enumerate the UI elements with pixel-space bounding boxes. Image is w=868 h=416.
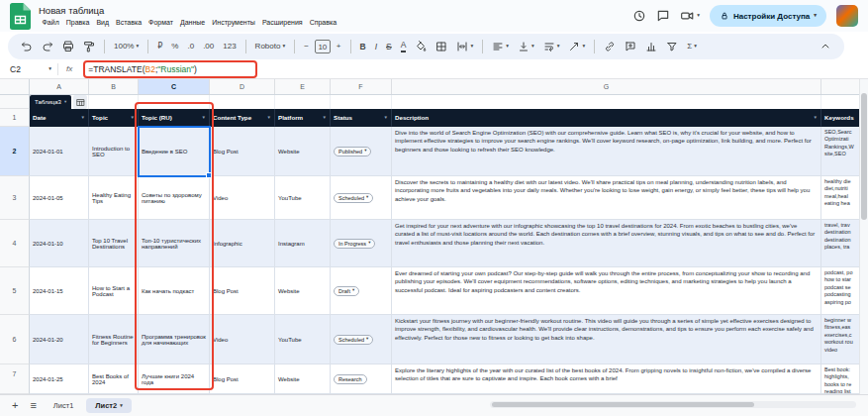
cell-topic[interactable]: Top 10 Travel Destinations bbox=[89, 220, 139, 267]
currency-format-button[interactable]: ₽ bbox=[154, 41, 165, 52]
horizontal-scrollbar[interactable] bbox=[490, 401, 856, 408]
more-formats-button[interactable]: 123 bbox=[220, 41, 239, 52]
cell-date[interactable]: 2024-01-10 bbox=[30, 220, 89, 267]
all-sheets-button[interactable]: ≡ bbox=[26, 400, 40, 411]
empty-cell[interactable] bbox=[275, 95, 331, 109]
table-menu-button[interactable] bbox=[73, 95, 87, 109]
cell-description[interactable]: Explore the literary highlights of the y… bbox=[392, 364, 821, 394]
cell-date[interactable]: 2024-01-05 bbox=[30, 176, 89, 220]
text-wrap-button[interactable]: ▾ bbox=[540, 39, 563, 54]
cell-topic-ru[interactable]: Как начать подкаст bbox=[139, 267, 210, 315]
menu-help[interactable]: Справка bbox=[306, 17, 339, 28]
menu-edit[interactable]: Правка bbox=[62, 17, 93, 28]
zoom-select[interactable]: 100%▾ bbox=[111, 41, 142, 52]
status-dropdown[interactable]: Scheduled▾ bbox=[334, 335, 373, 345]
text-color-button[interactable]: A bbox=[398, 39, 410, 54]
cell-topic-ru[interactable]: Лучшие книги 2024 года bbox=[139, 364, 210, 394]
cell-topic-ru[interactable]: Введение в SEO bbox=[139, 127, 210, 176]
text-rotation-button[interactable]: ▾ bbox=[565, 39, 588, 54]
column-header-d[interactable]: D bbox=[210, 79, 275, 94]
cell-topic[interactable]: Healthy Eating Tips bbox=[89, 176, 139, 220]
create-filter-button[interactable] bbox=[663, 39, 681, 54]
row-header-2[interactable]: 2 bbox=[0, 127, 30, 176]
row-header-6[interactable]: 6 bbox=[0, 315, 30, 364]
document-title[interactable]: Новая таблица bbox=[39, 5, 340, 17]
sheet-tab-1[interactable]: Лист1 bbox=[45, 398, 82, 413]
row-header-1[interactable]: 1 bbox=[0, 109, 30, 127]
cell-date[interactable]: 2024-01-20 bbox=[30, 315, 89, 364]
cell-topic[interactable]: Introduction to SEO bbox=[89, 127, 139, 176]
redo-button[interactable] bbox=[39, 39, 56, 54]
filter-icon[interactable]: ▼ bbox=[814, 115, 818, 120]
cell-topic-ru[interactable]: Программа тренировок для начинающих bbox=[139, 315, 210, 364]
paint-format-button[interactable] bbox=[80, 39, 98, 54]
insert-link-button[interactable] bbox=[601, 39, 619, 54]
row-header-3[interactable]: 3 bbox=[0, 176, 30, 220]
horizontal-align-button[interactable]: ▾ bbox=[489, 39, 512, 54]
cell-content-type[interactable]: Blog Post bbox=[210, 267, 275, 315]
cell-topic[interactable]: Fitness Routine for Beginners bbox=[89, 315, 139, 364]
vertical-scrollbar[interactable] bbox=[859, 79, 868, 394]
cell-platform[interactable]: Instagram bbox=[275, 220, 331, 267]
borders-button[interactable] bbox=[433, 39, 450, 54]
cell-description[interactable]: Discover the secrets to maintaining a he… bbox=[392, 176, 821, 220]
cell-content-type[interactable]: Video bbox=[210, 315, 275, 364]
hide-toolbar-button[interactable] bbox=[817, 39, 834, 54]
row-header-5[interactable]: 5 bbox=[0, 267, 30, 315]
filter-icon[interactable]: ▼ bbox=[202, 115, 206, 120]
undo-button[interactable] bbox=[18, 39, 36, 54]
font-size-input[interactable]: 10 bbox=[315, 40, 331, 53]
header-cell-topic[interactable]: Topic▼ bbox=[89, 109, 139, 127]
insert-chart-button[interactable] bbox=[642, 39, 660, 54]
status-dropdown[interactable]: Draft▾ bbox=[334, 286, 359, 296]
font-select[interactable]: Roboto▾ bbox=[252, 41, 289, 52]
column-header-a[interactable]: A bbox=[30, 79, 89, 94]
vertical-align-button[interactable]: ▾ bbox=[515, 39, 537, 54]
fill-color-button[interactable] bbox=[412, 39, 430, 54]
cell-content-type[interactable]: Blog Post bbox=[210, 127, 275, 176]
percent-format-button[interactable]: % bbox=[168, 41, 181, 52]
header-cell-content-type[interactable]: Content Type▼ bbox=[210, 109, 275, 127]
menu-view[interactable]: Вид bbox=[93, 17, 113, 28]
decrease-font-size-button[interactable]: − bbox=[301, 41, 312, 52]
add-sheet-button[interactable]: + bbox=[8, 400, 22, 411]
name-box[interactable]: C2 ▾ bbox=[0, 64, 57, 74]
cell-topic-ru[interactable]: Топ-10 туристических направлений bbox=[139, 220, 210, 267]
menu-format[interactable]: Формат bbox=[145, 17, 177, 28]
column-header-e[interactable]: E bbox=[275, 79, 331, 94]
functions-button[interactable]: Σ▾ bbox=[684, 41, 700, 52]
header-cell-date[interactable]: Date▼ bbox=[30, 109, 89, 127]
bold-button[interactable]: B bbox=[357, 41, 369, 53]
comments-button[interactable] bbox=[656, 9, 670, 23]
cell-description[interactable]: Ever dreamed of starting your own podcas… bbox=[392, 267, 821, 315]
empty-cell[interactable] bbox=[392, 95, 821, 109]
cell-platform[interactable]: YouTube bbox=[275, 315, 331, 364]
filter-icon[interactable]: ▼ bbox=[81, 115, 85, 120]
version-history-button[interactable] bbox=[632, 9, 646, 23]
insert-comment-button[interactable] bbox=[622, 39, 639, 54]
menu-extensions[interactable]: Расширения bbox=[258, 17, 306, 28]
filter-icon[interactable]: ▼ bbox=[323, 115, 327, 120]
status-dropdown[interactable]: Research bbox=[334, 374, 367, 384]
menu-data[interactable]: Данные bbox=[176, 17, 208, 28]
select-all-corner[interactable] bbox=[0, 79, 30, 94]
column-header-b[interactable]: B bbox=[89, 79, 139, 94]
filter-icon[interactable]: ▼ bbox=[384, 115, 388, 120]
cell-description[interactable]: Kickstart your fitness journey with our … bbox=[392, 315, 821, 364]
merge-cells-button[interactable]: ▾ bbox=[453, 39, 476, 54]
filter-icon[interactable]: ▼ bbox=[267, 115, 271, 120]
status-dropdown[interactable]: Scheduled▾ bbox=[334, 193, 373, 203]
horizontal-scrollbar-thumb[interactable] bbox=[492, 402, 754, 407]
print-button[interactable] bbox=[59, 39, 77, 54]
column-header-f[interactable]: F bbox=[331, 79, 392, 94]
formula-input[interactable]: =TRANSLATE(B2;"Russian") bbox=[88, 64, 197, 74]
share-button[interactable]: Настройки Доступа ▾ bbox=[710, 5, 826, 27]
strikethrough-button[interactable]: S bbox=[383, 41, 395, 53]
avatar[interactable] bbox=[836, 5, 858, 27]
cell-platform[interactable]: YouTube bbox=[275, 176, 331, 220]
menu-insert[interactable]: Вставка bbox=[113, 17, 145, 28]
empty-cell[interactable] bbox=[210, 95, 275, 109]
menu-tools[interactable]: Инструменты bbox=[209, 17, 259, 28]
row-header-7[interactable]: 7 bbox=[0, 364, 30, 394]
cell-topic[interactable]: Best Books of 2024 bbox=[89, 364, 139, 394]
